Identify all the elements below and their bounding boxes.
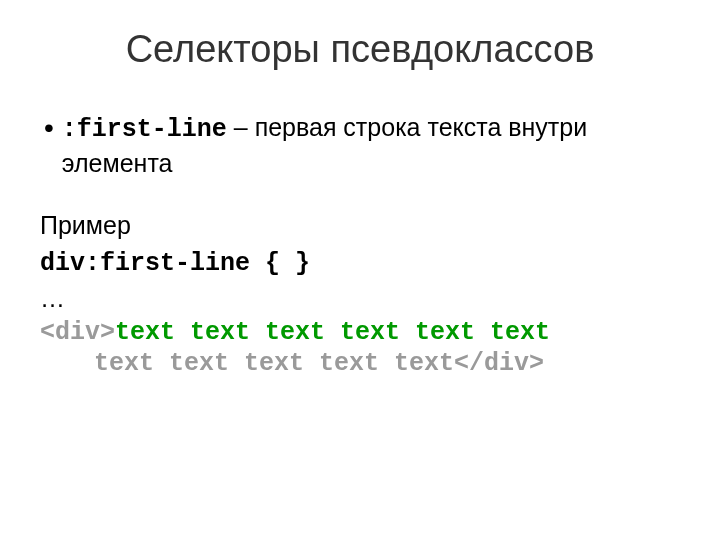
css-rule: div:first-line { } [40,248,680,281]
html-line-2: text text text text text</div> [40,348,680,379]
bullet-row: • :first-line – первая строка текста вну… [40,111,680,179]
slide: Селекторы псевдоклассов • :first-line – … [0,0,720,540]
example-label: Пример [40,209,680,242]
slide-title: Селекторы псевдоклассов [40,28,680,71]
slide-content: • :first-line – первая строка текста вну… [40,111,680,379]
open-div-tag: <div> [40,318,115,347]
rest-text: text text text text text [94,349,454,378]
ellipsis: … [40,282,680,315]
pseudo-selector-name: :first-line [62,115,227,144]
dash: – [227,113,255,141]
first-line-text: text text text text text text [115,318,550,347]
close-div-tag: </div> [454,349,544,378]
bullet-text: :first-line – первая строка текста внутр… [62,111,680,179]
bullet-dot: • [44,111,54,179]
html-line-1: <div>text text text text text text [40,317,680,348]
